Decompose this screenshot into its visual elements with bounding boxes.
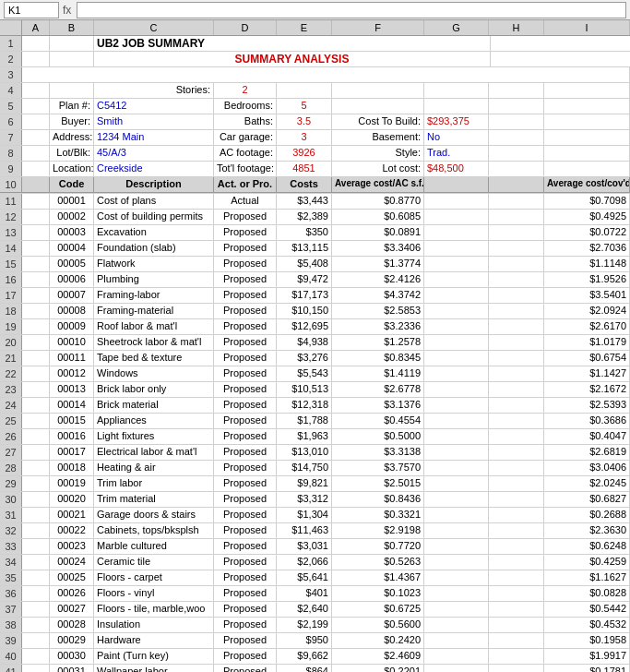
cell-36-cost[interactable]: $401 (277, 586, 332, 601)
cell-29-h[interactable] (489, 476, 544, 491)
cell-25-a[interactable] (22, 414, 50, 428)
cell-8g-style-val[interactable]: Trad. (424, 146, 489, 161)
cell-31-h[interactable] (489, 508, 544, 522)
cell-16-h[interactable] (489, 272, 544, 287)
cell-36-avg-ac[interactable]: $0.1023 (332, 586, 424, 601)
cell-32-h[interactable] (489, 523, 544, 538)
cell-14-code[interactable]: 00004 (50, 241, 94, 256)
cell-35-code[interactable]: 00025 (50, 570, 94, 585)
cell-27-a[interactable] (22, 445, 50, 460)
cell-14-act[interactable]: Proposed (214, 241, 277, 256)
cell-12-h[interactable] (489, 210, 544, 224)
cell-16-act[interactable]: Proposed (214, 272, 277, 287)
cell-17-code[interactable]: 00007 (50, 288, 94, 303)
cell-12-code[interactable]: 00002 (50, 210, 94, 224)
cell-4f[interactable] (332, 83, 424, 98)
cell-26-avg-cov[interactable]: $0.4047 (544, 429, 630, 444)
cell-6d-baths-label[interactable]: Baths: (214, 114, 277, 129)
cell-19-act[interactable]: Proposed (214, 319, 277, 334)
cell-17-avg-cov[interactable]: $3.5401 (544, 288, 630, 303)
cell-39-cost[interactable]: $950 (277, 633, 332, 648)
cell-14-h[interactable] (489, 241, 544, 256)
cell-12-cost[interactable]: $2,389 (277, 210, 332, 224)
cell-18-act[interactable]: Proposed (214, 304, 277, 318)
cell-31-code[interactable]: 00021 (50, 508, 94, 522)
cell-20-g[interactable] (424, 335, 489, 350)
cell-35-a[interactable] (22, 570, 50, 585)
cell-25-h[interactable] (489, 414, 544, 428)
cell-6h[interactable] (489, 114, 544, 129)
cell-9b-location-label[interactable]: Location: (50, 162, 94, 176)
cell-16-avg-cov[interactable]: $1.9526 (544, 272, 630, 287)
cell-7f-basement-label[interactable]: Basement: (332, 130, 424, 145)
cell-30-a[interactable] (22, 492, 50, 507)
cell-20-desc[interactable]: Sheetrock labor & mat'l (94, 335, 214, 350)
cell-5d-bedrooms-label[interactable]: Bedrooms: (214, 99, 277, 114)
cell-11-avg-ac[interactable]: $0.8770 (332, 194, 424, 209)
cell-34-avg-ac[interactable]: $0.5263 (332, 555, 424, 570)
cell-26-cost[interactable]: $1,963 (277, 429, 332, 444)
cell-21-g[interactable] (424, 351, 489, 366)
cell-4g[interactable] (424, 83, 489, 98)
cell-24-g[interactable] (424, 398, 489, 413)
cell-reference-box[interactable] (4, 2, 59, 18)
cell-36-avg-cov[interactable]: $0.0828 (544, 586, 630, 601)
cell-5h[interactable] (489, 99, 544, 114)
cell-28-desc[interactable]: Heating & air (94, 461, 214, 475)
col-header-h[interactable]: H (489, 20, 544, 35)
cell-39-code[interactable]: 00029 (50, 633, 94, 648)
cell-36-g[interactable] (424, 586, 489, 601)
cell-18-desc[interactable]: Framing-material (94, 304, 214, 318)
cell-31-cost[interactable]: $1,304 (277, 508, 332, 522)
cell-35-avg-ac[interactable]: $1.4367 (332, 570, 424, 585)
cell-1b[interactable] (50, 36, 94, 51)
cell-21-desc[interactable]: Tape bed & texture (94, 351, 214, 366)
cell-39-a[interactable] (22, 633, 50, 648)
cell-34-desc[interactable]: Ceramic tile (94, 555, 214, 570)
cell-33-avg-cov[interactable]: $0.6248 (544, 539, 630, 554)
cell-39-desc[interactable]: Hardware (94, 633, 214, 648)
cell-27-avg-cov[interactable]: $2.6819 (544, 445, 630, 460)
cell-28-g[interactable] (424, 461, 489, 475)
cell-2a[interactable] (22, 52, 50, 66)
cell-19-g[interactable] (424, 319, 489, 334)
cell-28-h[interactable] (489, 461, 544, 475)
cell-16-avg-ac[interactable]: $2.4126 (332, 272, 424, 287)
cell-41-g[interactable] (424, 665, 489, 672)
cell-16-code[interactable]: 00006 (50, 272, 94, 287)
cell-37-desc[interactable]: Floors - tile, marble,woo (94, 602, 214, 617)
cell-31-desc[interactable]: Garage doors & stairs (94, 508, 214, 522)
cell-14-g[interactable] (424, 241, 489, 256)
cell-26-a[interactable] (22, 429, 50, 444)
cell-32-cost[interactable]: $11,463 (277, 523, 332, 538)
cell-27-g[interactable] (424, 445, 489, 460)
cell-33-h[interactable] (489, 539, 544, 554)
cell-38-g[interactable] (424, 618, 489, 632)
cell-26-desc[interactable]: Light fixtures (94, 429, 214, 444)
cell-32-a[interactable] (22, 523, 50, 538)
cell-9c-location-val[interactable]: Creekside (94, 162, 214, 176)
cell-5e-bedrooms-val[interactable]: 5 (277, 99, 332, 114)
cell-29-avg-cov[interactable]: $2.0245 (544, 476, 630, 491)
cell-19-a[interactable] (22, 319, 50, 334)
cell-11-code[interactable]: 00001 (50, 194, 94, 209)
cell-20-h[interactable] (489, 335, 544, 350)
cell-23-act[interactable]: Proposed (214, 382, 277, 397)
cell-4i[interactable] (544, 83, 630, 98)
cell-15-a[interactable] (22, 257, 50, 271)
cell-20-avg-ac[interactable]: $1.2578 (332, 335, 424, 350)
cell-34-cost[interactable]: $2,066 (277, 555, 332, 570)
cell-13-g[interactable] (424, 225, 489, 240)
col-header-e[interactable]: E (277, 20, 332, 35)
cell-13-code[interactable]: 00003 (50, 225, 94, 240)
cell-37-a[interactable] (22, 602, 50, 617)
cell-20-code[interactable]: 00010 (50, 335, 94, 350)
cell-39-avg-cov[interactable]: $0.1958 (544, 633, 630, 648)
cell-5g[interactable] (424, 99, 489, 114)
cell-7g-basement-val[interactable]: No (424, 130, 489, 145)
cell-8h[interactable] (489, 146, 544, 161)
cell-15-avg-cov[interactable]: $1.1148 (544, 257, 630, 271)
cell-30-act[interactable]: Proposed (214, 492, 277, 507)
cell-40-h[interactable] (489, 649, 544, 664)
col-header-c[interactable]: C (94, 20, 214, 35)
